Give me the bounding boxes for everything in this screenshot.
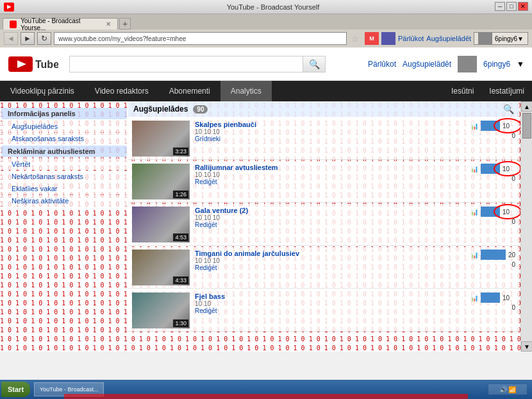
new-tab-button[interactable]: + xyxy=(119,18,131,30)
video-duration: 1:26 xyxy=(173,191,188,198)
youtube-nav: Videoklipų pārzinis Video redaktors Abon… xyxy=(0,81,532,101)
minimize-button[interactable]: ─ xyxy=(495,2,505,11)
svg-text:Tube: Tube xyxy=(35,59,58,70)
sidebar-item-vertet[interactable]: Vērtēt xyxy=(1,158,127,170)
video-list-title: Augšupielādes xyxy=(133,105,188,114)
views-bar xyxy=(481,293,500,303)
scroll-thumb[interactable] xyxy=(522,113,531,139)
video-thumbnail[interactable]: 1:30 xyxy=(132,293,190,328)
video-stats: 📊 10 0 xyxy=(464,207,515,225)
search-bar: 🔍 xyxy=(69,56,326,72)
nav-bar: ◄ ► ↻ www.youtube.com/my_videos?feature=… xyxy=(0,30,532,47)
search-input[interactable] xyxy=(69,56,303,72)
binary-line: 1 0 1 0 1 0 1 0 1 0 1 0 1 0 1 0 1 0 1 0 … xyxy=(0,344,532,352)
username: 6pingy6 xyxy=(495,35,517,42)
nav-right: Iesūtni Iestatījumi xyxy=(444,81,532,101)
vote-count: 0 xyxy=(511,304,515,311)
dropdown-arrow[interactable]: ▼ xyxy=(517,60,524,69)
address-bar[interactable]: www.youtube.com/my_videos?feature=mhee xyxy=(54,32,347,45)
sidebar-header-1: Informācijas panelis xyxy=(1,108,127,119)
video-edit-link[interactable]: Rediģēt xyxy=(195,264,459,271)
views-count: 20 xyxy=(508,251,515,259)
sidebar-item-nekartosanas[interactable]: Nekārtošanas saraksts xyxy=(1,171,127,182)
video-thumbnail[interactable]: 4:53 xyxy=(132,207,190,242)
bar-chart-icon: 📊 xyxy=(470,294,478,301)
stats-bar-container: 📊 20 xyxy=(470,250,515,260)
circle-annotation xyxy=(494,161,522,176)
scroll-down-button[interactable]: ▼ xyxy=(521,341,532,352)
nav-abonementi[interactable]: Abonementi xyxy=(159,81,220,101)
sidebar-item-augsupielades[interactable]: Augšupielādes xyxy=(1,121,127,132)
stats-bar-container: 📊 10 xyxy=(470,121,515,131)
taskbar-highlight xyxy=(64,394,468,399)
video-row: 4:53 Gala venture (2) 10 10 10 Rediģēt 📊… xyxy=(128,204,519,246)
tray-icons: 🔊 📶 xyxy=(499,386,517,393)
youtube-logo[interactable]: Tube xyxy=(8,54,59,74)
video-thumbnail[interactable]: 1:26 xyxy=(132,164,190,200)
start-button[interactable]: Start xyxy=(1,382,30,397)
bar-chart-icon: 📊 xyxy=(470,251,478,259)
video-meta: 10 10 10 xyxy=(195,257,459,264)
augsupieladet-link[interactable]: Augšupielādēt xyxy=(403,60,451,69)
video-info: Timgani do animale jarčulusiev 10 10 10 … xyxy=(190,250,464,271)
window-controls: ─ □ ✕ xyxy=(495,2,528,11)
video-thumbnail[interactable]: 3:23 xyxy=(132,121,190,157)
video-row: 3:23 Skalpes pienbauči 10 10 10 Grīdniek… xyxy=(128,118,519,160)
bar-chart-icon: 📊 xyxy=(470,208,478,216)
tab-close-icon[interactable]: ✕ xyxy=(106,21,111,28)
title-bar: ▶ YouTube - Broadcast Yourself ─ □ ✕ xyxy=(0,0,532,14)
video-info: Rallijumnar avtusliestem 10 10 10 Rediģē… xyxy=(190,164,464,185)
refresh-button[interactable]: ↻ xyxy=(37,32,51,45)
active-tab[interactable]: YouTube - Broadcast Yourse... ✕ xyxy=(3,18,118,30)
nav-iestatijumi[interactable]: Iestatījumi xyxy=(481,81,532,101)
search-button[interactable]: 🔍 xyxy=(303,56,326,72)
video-edit-link[interactable]: Rediģēt xyxy=(195,178,459,185)
tab-bar: YouTube - Broadcast Yourse... ✕ + xyxy=(0,14,532,30)
search-videos-icon[interactable]: 🔍 xyxy=(503,104,514,114)
sidebar-item-atskanoanas[interactable]: Atskaņošanas saraksts xyxy=(1,133,127,144)
sidebar: Informācijas panelis Augšupielādes Atska… xyxy=(0,101,128,212)
header-username[interactable]: 6pingy6 xyxy=(483,60,510,69)
bar-chart-icon: 📊 xyxy=(470,166,478,173)
close-button[interactable]: ✕ xyxy=(518,2,528,11)
video-edit-link[interactable]: Rediģēt xyxy=(195,307,459,314)
sidebar-item-eklatiesvakar[interactable]: Eklatīies vakar xyxy=(1,183,127,194)
vote-count: 0 xyxy=(511,218,515,225)
stats-row: 📊 10 xyxy=(470,207,515,217)
nav-analytics[interactable]: Analytics xyxy=(220,81,272,101)
video-title[interactable]: Fjel bass xyxy=(195,293,459,300)
video-list-header: Augšupielādes 90 🔍 xyxy=(128,101,519,117)
video-meta: 10 10 10 xyxy=(195,128,459,135)
sidebar-item-neskaras[interactable]: Nešķiras aktivitāte xyxy=(1,195,127,207)
video-edit-link[interactable]: Rediģēt xyxy=(195,221,459,228)
nav-video-redaktors[interactable]: Video redaktors xyxy=(85,81,159,101)
upload-count-badge: 90 xyxy=(193,105,208,114)
video-edit-link[interactable]: Grīdnieki xyxy=(195,135,459,142)
yt-favicon: ▶ xyxy=(7,4,11,10)
scrollbar[interactable]: ▲ ▼ xyxy=(520,101,532,352)
video-title[interactable]: Skalpes pienbauči xyxy=(195,121,459,128)
window-title: YouTube - Broadcast Yourself xyxy=(18,3,528,11)
extension-icon xyxy=(381,32,395,45)
parlukot-link[interactable]: Pärlūkot xyxy=(368,60,396,69)
forward-button[interactable]: ► xyxy=(21,32,35,45)
user-menu[interactable]: 6pingy6▼ xyxy=(474,32,528,45)
video-title[interactable]: Rallijumnar avtusliestem xyxy=(195,164,459,171)
video-list: Augšupielādes 90 🔍 3:23 Skalpes pienbauč… xyxy=(128,101,519,333)
video-title[interactable]: Timgani do animale jarčulusiev xyxy=(195,250,459,257)
search-link[interactable]: Pärlūkot xyxy=(398,35,424,42)
vote-count: 0 xyxy=(511,261,515,268)
scroll-up-button[interactable]: ▲ xyxy=(521,101,532,112)
upload-link[interactable]: Augšupielādēt xyxy=(426,35,471,42)
stats-row: 📊 20 xyxy=(470,250,515,260)
nav-videoklipus[interactable]: Videoklipų pārzinis xyxy=(0,81,85,101)
video-title[interactable]: Gala venture (2) xyxy=(195,207,459,214)
back-button[interactable]: ◄ xyxy=(4,32,18,45)
maximize-button[interactable]: □ xyxy=(506,2,517,11)
stats-bar-container: 📊 10 xyxy=(470,293,515,303)
nav-iesutni[interactable]: Iesūtni xyxy=(444,81,481,101)
video-thumbnail[interactable]: 4:33 xyxy=(132,250,190,285)
bookmark-icon[interactable]: ☆ xyxy=(349,32,362,45)
circle-annotation xyxy=(494,118,522,133)
system-tray: 🔊 📶 xyxy=(488,384,527,395)
